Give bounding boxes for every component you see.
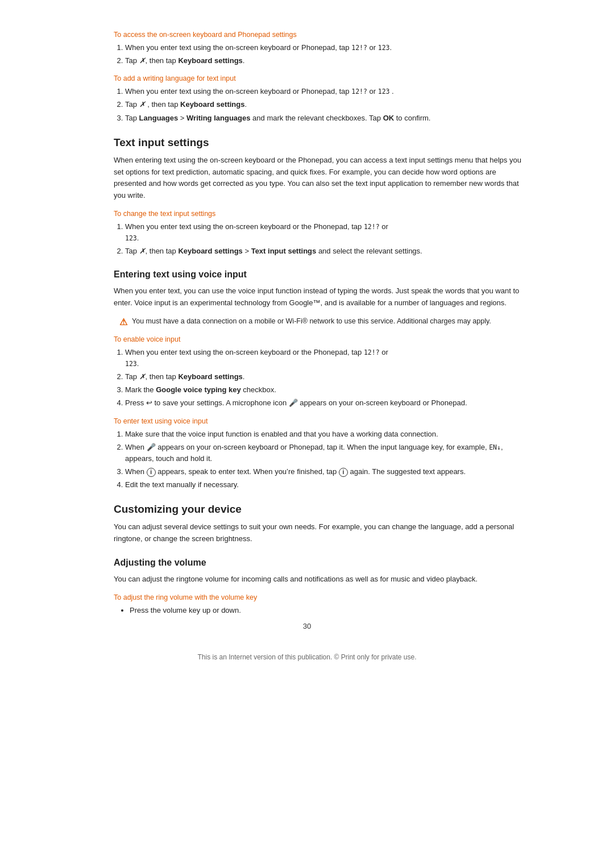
adjust-ring-volume-heading: To adjust the ring volume with the volum… bbox=[114, 593, 523, 601]
adjusting-volume-heading: Adjusting the volume bbox=[91, 558, 523, 568]
step-item: Press ↩ to save your settings. A microph… bbox=[125, 397, 523, 409]
adjusting-volume-body: You can adjust the ringtone volume for i… bbox=[114, 574, 523, 585]
warning-text: You must have a data connection on a mob… bbox=[132, 316, 491, 327]
enable-voice-input-steps: When you enter text using the on-screen … bbox=[125, 347, 523, 409]
add-writing-language-heading: To add a writing language for text input bbox=[114, 74, 523, 82]
access-keyboard-steps: When you enter text using the on-screen … bbox=[125, 42, 523, 67]
step-item: When you enter text using the on-screen … bbox=[125, 42, 523, 53]
step-item: Tap ✗, then tap Keyboard settings > Text… bbox=[125, 246, 523, 257]
text-input-settings-heading: Text input settings bbox=[91, 136, 523, 149]
warning-icon: ⚠ bbox=[119, 317, 127, 327]
add-writing-language-steps: When you enter text using the on-screen … bbox=[125, 86, 523, 123]
enter-text-voice-heading: To enter text using voice input bbox=[114, 417, 523, 425]
voice-input-body: When you enter text, you can use the voi… bbox=[114, 285, 523, 309]
step-item: When 🎤 appears on your on-screen keyboar… bbox=[125, 442, 523, 464]
step-item: When you enter text using the on-screen … bbox=[125, 221, 523, 244]
warning-block: ⚠ You must have a data connection on a m… bbox=[114, 316, 523, 327]
step-item: Make sure that the voice input function … bbox=[125, 429, 523, 440]
customizing-heading: Customizing your device bbox=[91, 503, 523, 516]
change-text-input-steps: When you enter text using the on-screen … bbox=[125, 221, 523, 257]
change-text-input-heading: To change the text input settings bbox=[114, 210, 523, 218]
step-item: Tap ✗, then tap Keyboard settings. bbox=[125, 371, 523, 383]
step-item: Tap Languages > Writing languages and ma… bbox=[125, 113, 523, 124]
step-item: Press the volume key up or down. bbox=[130, 605, 523, 616]
customizing-body: You can adjust several device settings t… bbox=[114, 521, 523, 545]
page-number: 30 bbox=[91, 622, 523, 630]
enable-voice-input-heading: To enable voice input bbox=[114, 335, 523, 343]
step-item: Edit the text manually if necessary. bbox=[125, 479, 523, 491]
access-keyboard-heading: To access the on-screen keyboard and Pho… bbox=[114, 31, 523, 39]
step-item: When you enter text using the on-screen … bbox=[125, 86, 523, 97]
step-item: When i appears, speak to enter text. Whe… bbox=[125, 466, 523, 477]
step-item: Tap ✗ , then tap Keyboard settings. bbox=[125, 99, 523, 110]
enter-text-voice-steps: Make sure that the voice input function … bbox=[125, 429, 523, 491]
text-input-settings-body: When entering text using the on-screen k… bbox=[114, 155, 523, 202]
step-item: When you enter text using the on-screen … bbox=[125, 347, 523, 369]
step-item: Mark the Google voice typing key checkbo… bbox=[125, 384, 523, 396]
voice-input-heading: Entering text using voice input bbox=[91, 269, 523, 280]
page-footer: This is an Internet version of this publ… bbox=[91, 653, 523, 661]
adjust-ring-volume-steps: Press the volume key up or down. bbox=[130, 605, 523, 616]
step-item: Tap ✗, then tap Keyboard settings. bbox=[125, 55, 523, 67]
